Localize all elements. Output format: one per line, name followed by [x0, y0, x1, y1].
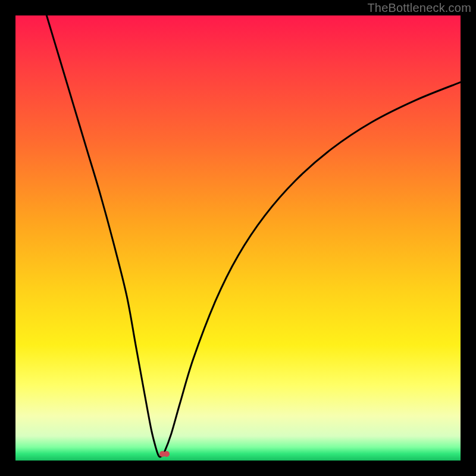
outer-frame: TheBottleneck.com	[0, 0, 476, 476]
chart-svg	[15, 15, 461, 461]
marker-dot	[164, 451, 170, 457]
gradient-background	[15, 15, 461, 461]
plot-area	[15, 15, 461, 461]
watermark-text: TheBottleneck.com	[367, 1, 471, 15]
